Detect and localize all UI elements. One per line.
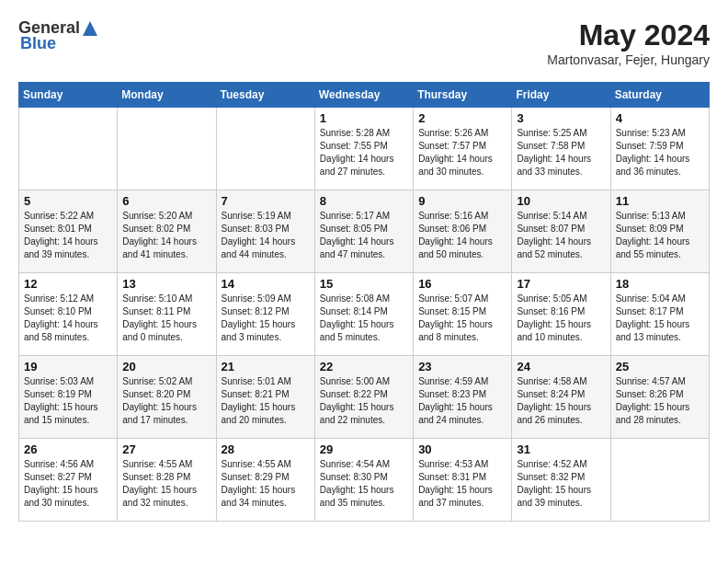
cell-content: Sunrise: 5:07 AMSunset: 8:15 PMDaylight:…	[418, 293, 506, 344]
day-number: 6	[122, 194, 210, 208]
calendar-cell	[610, 439, 709, 522]
day-number: 23	[418, 360, 506, 373]
header-tuesday: Tuesday	[216, 83, 314, 108]
day-number: 19	[24, 360, 112, 373]
calendar-cell	[118, 108, 216, 190]
calendar-cell: 25Sunrise: 4:57 AMSunset: 8:26 PMDayligh…	[610, 356, 709, 439]
day-number: 22	[320, 360, 408, 373]
day-number: 31	[517, 442, 605, 456]
calendar-cell: 20Sunrise: 5:02 AMSunset: 8:20 PMDayligh…	[118, 356, 216, 439]
cell-content: Sunrise: 4:57 AMSunset: 8:26 PMDaylight:…	[616, 375, 704, 427]
day-number: 11	[616, 194, 704, 208]
week-row-3: 12Sunrise: 5:12 AMSunset: 8:10 PMDayligh…	[19, 273, 710, 356]
calendar-cell: 23Sunrise: 4:59 AMSunset: 8:23 PMDayligh…	[414, 356, 512, 439]
month-year-title: May 2024	[547, 18, 710, 52]
day-number: 26	[24, 442, 112, 456]
day-number: 9	[418, 194, 506, 208]
day-number: 30	[418, 442, 506, 456]
header-friday: Friday	[512, 83, 610, 108]
cell-content: Sunrise: 4:54 AMSunset: 8:30 PMDaylight:…	[320, 458, 408, 510]
calendar-cell: 5Sunrise: 5:22 AMSunset: 8:01 PMDaylight…	[19, 190, 118, 273]
cell-content: Sunrise: 5:00 AMSunset: 8:22 PMDaylight:…	[320, 375, 408, 427]
calendar-cell: 4Sunrise: 5:23 AMSunset: 7:59 PMDaylight…	[610, 108, 709, 190]
week-row-4: 19Sunrise: 5:03 AMSunset: 8:19 PMDayligh…	[19, 356, 710, 439]
cell-content: Sunrise: 5:20 AMSunset: 8:02 PMDaylight:…	[122, 210, 210, 261]
calendar-cell: 1Sunrise: 5:28 AMSunset: 7:55 PMDaylight…	[314, 108, 413, 190]
cell-content: Sunrise: 4:58 AMSunset: 8:24 PMDaylight:…	[517, 375, 605, 427]
calendar-cell: 19Sunrise: 5:03 AMSunset: 8:19 PMDayligh…	[19, 356, 118, 439]
cell-content: Sunrise: 5:05 AMSunset: 8:16 PMDaylight:…	[517, 293, 605, 344]
cell-content: Sunrise: 4:55 AMSunset: 8:28 PMDaylight:…	[122, 458, 210, 510]
location-subtitle: Martonvasar, Fejer, Hungary	[547, 52, 710, 67]
cell-content: Sunrise: 5:14 AMSunset: 8:07 PMDaylight:…	[517, 210, 605, 261]
day-number: 4	[616, 111, 704, 125]
header-thursday: Thursday	[414, 83, 512, 108]
calendar-cell: 8Sunrise: 5:17 AMSunset: 8:05 PMDaylight…	[314, 190, 413, 273]
day-number: 12	[24, 277, 112, 291]
day-number: 28	[222, 442, 310, 456]
day-number: 25	[616, 360, 704, 373]
calendar-cell: 28Sunrise: 4:55 AMSunset: 8:29 PMDayligh…	[216, 439, 314, 522]
days-header-row: Sunday Monday Tuesday Wednesday Thursday…	[19, 83, 710, 108]
calendar-cell: 11Sunrise: 5:13 AMSunset: 8:09 PMDayligh…	[610, 190, 709, 273]
day-number: 24	[517, 360, 605, 373]
calendar-cell	[19, 108, 118, 190]
cell-content: Sunrise: 5:08 AMSunset: 8:14 PMDaylight:…	[320, 293, 408, 344]
logo: General Blue	[18, 18, 100, 53]
day-number: 16	[418, 277, 506, 291]
day-number: 20	[122, 360, 210, 373]
day-number: 7	[222, 194, 310, 208]
day-number: 5	[24, 194, 112, 208]
cell-content: Sunrise: 5:23 AMSunset: 7:59 PMDaylight:…	[616, 127, 704, 178]
header-wednesday: Wednesday	[314, 83, 413, 108]
cell-content: Sunrise: 5:19 AMSunset: 8:03 PMDaylight:…	[222, 210, 310, 261]
page-header: General Blue May 2024 Martonvasar, Fejer…	[18, 18, 710, 67]
day-number: 29	[320, 442, 408, 456]
calendar-cell: 14Sunrise: 5:09 AMSunset: 8:12 PMDayligh…	[216, 273, 314, 356]
calendar-cell: 12Sunrise: 5:12 AMSunset: 8:10 PMDayligh…	[19, 273, 118, 356]
cell-content: Sunrise: 5:04 AMSunset: 8:17 PMDaylight:…	[616, 293, 704, 344]
day-number: 14	[222, 277, 310, 291]
calendar-cell: 22Sunrise: 5:00 AMSunset: 8:22 PMDayligh…	[314, 356, 413, 439]
cell-content: Sunrise: 5:17 AMSunset: 8:05 PMDaylight:…	[320, 210, 408, 261]
calendar-cell: 29Sunrise: 4:54 AMSunset: 8:30 PMDayligh…	[314, 439, 413, 522]
day-number: 17	[517, 277, 605, 291]
cell-content: Sunrise: 5:09 AMSunset: 8:12 PMDaylight:…	[222, 293, 310, 344]
cell-content: Sunrise: 5:03 AMSunset: 8:19 PMDaylight:…	[24, 375, 112, 427]
title-block: May 2024 Martonvasar, Fejer, Hungary	[547, 18, 710, 67]
calendar-cell: 13Sunrise: 5:10 AMSunset: 8:11 PMDayligh…	[118, 273, 216, 356]
cell-content: Sunrise: 5:28 AMSunset: 7:55 PMDaylight:…	[320, 127, 408, 178]
day-number: 3	[517, 111, 605, 125]
calendar-cell: 31Sunrise: 4:52 AMSunset: 8:32 PMDayligh…	[512, 439, 610, 522]
cell-content: Sunrise: 4:59 AMSunset: 8:23 PMDaylight:…	[418, 375, 506, 427]
calendar-cell: 21Sunrise: 5:01 AMSunset: 8:21 PMDayligh…	[216, 356, 314, 439]
header-sunday: Sunday	[19, 83, 118, 108]
cell-content: Sunrise: 5:10 AMSunset: 8:11 PMDaylight:…	[122, 293, 210, 344]
cell-content: Sunrise: 5:01 AMSunset: 8:21 PMDaylight:…	[222, 375, 310, 427]
day-number: 8	[320, 194, 408, 208]
cell-content: Sunrise: 5:26 AMSunset: 7:57 PMDaylight:…	[418, 127, 506, 178]
calendar-table: Sunday Monday Tuesday Wednesday Thursday…	[18, 82, 710, 522]
svg-marker-0	[83, 21, 97, 36]
calendar-cell: 24Sunrise: 4:58 AMSunset: 8:24 PMDayligh…	[512, 356, 610, 439]
calendar-cell: 15Sunrise: 5:08 AMSunset: 8:14 PMDayligh…	[314, 273, 413, 356]
week-row-1: 1Sunrise: 5:28 AMSunset: 7:55 PMDaylight…	[19, 108, 710, 190]
calendar-cell	[216, 108, 314, 190]
day-number: 15	[320, 277, 408, 291]
week-row-2: 5Sunrise: 5:22 AMSunset: 8:01 PMDaylight…	[19, 190, 710, 273]
day-number: 27	[122, 442, 210, 456]
day-number: 21	[222, 360, 310, 373]
day-number: 18	[616, 277, 704, 291]
calendar-cell: 27Sunrise: 4:55 AMSunset: 8:28 PMDayligh…	[118, 439, 216, 522]
day-number: 13	[122, 277, 210, 291]
day-number: 10	[517, 194, 605, 208]
cell-content: Sunrise: 5:13 AMSunset: 8:09 PMDaylight:…	[616, 210, 704, 261]
calendar-cell: 16Sunrise: 5:07 AMSunset: 8:15 PMDayligh…	[414, 273, 512, 356]
day-number: 1	[320, 111, 408, 125]
day-number: 2	[418, 111, 506, 125]
calendar-cell: 30Sunrise: 4:53 AMSunset: 8:31 PMDayligh…	[414, 439, 512, 522]
header-saturday: Saturday	[610, 83, 709, 108]
cell-content: Sunrise: 5:16 AMSunset: 8:06 PMDaylight:…	[418, 210, 506, 261]
calendar-cell: 2Sunrise: 5:26 AMSunset: 7:57 PMDaylight…	[414, 108, 512, 190]
calendar-cell: 9Sunrise: 5:16 AMSunset: 8:06 PMDaylight…	[414, 190, 512, 273]
